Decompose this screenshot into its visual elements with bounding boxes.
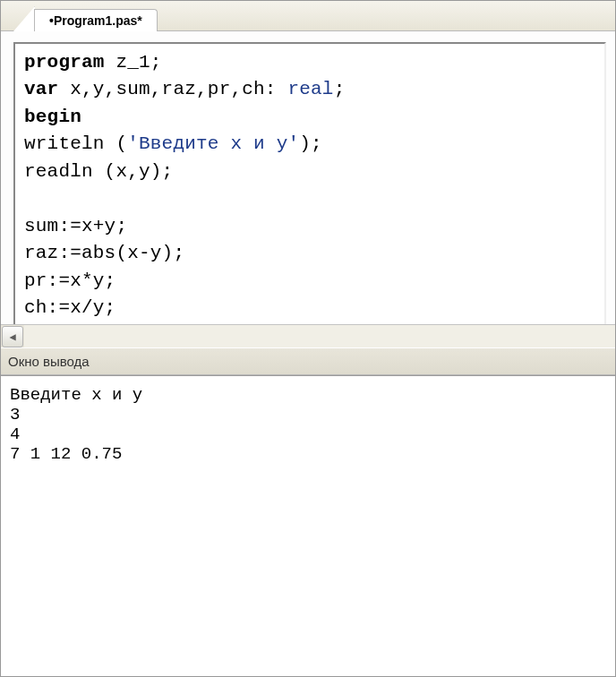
code-editor[interactable]: program z_1; var x,y,sum,raz,pr,ch: real… xyxy=(13,42,606,324)
code-text: ); xyxy=(299,133,322,154)
chevron-left-icon: ◀ xyxy=(9,330,15,344)
editor-wrap: program z_1; var x,y,sum,raz,pr,ch: real… xyxy=(1,31,615,324)
code-keyword: var xyxy=(24,79,58,99)
code-text: readln (x,y); xyxy=(24,161,173,182)
output-line: Введите x и y xyxy=(10,385,142,405)
ide-window: •Program1.pas* program z_1; var x,y,sum,… xyxy=(0,0,616,677)
file-tab[interactable]: •Program1.pas* xyxy=(34,9,158,31)
scroll-left-button[interactable]: ◀ xyxy=(2,326,23,347)
output-panel-title: Окно вывода xyxy=(1,347,615,375)
code-text: writeln ( xyxy=(24,133,127,154)
tab-bar: •Program1.pas* xyxy=(1,1,615,31)
code-type: real xyxy=(287,79,333,99)
code-text: raz:=abs(x-y); xyxy=(24,243,184,263)
code-text: x,y,sum,raz,pr,ch: xyxy=(58,79,287,99)
code-keyword: program xyxy=(24,52,105,73)
code-text: sum:=x+y; xyxy=(24,216,127,236)
output-area: Введите x и y 3 4 7 1 12 0.75 xyxy=(1,375,615,676)
output-line: 3 xyxy=(10,405,20,424)
scroll-track[interactable] xyxy=(24,325,615,347)
code-text: ; xyxy=(334,79,346,99)
code-text: z_1; xyxy=(105,52,162,73)
horizontal-scrollbar[interactable]: ◀ xyxy=(1,324,615,347)
output-line: 7 1 12 0.75 xyxy=(10,444,122,464)
code-text: ch:=x/y; xyxy=(24,297,116,318)
code-text: pr:=x*y; xyxy=(24,270,116,291)
tab-slant xyxy=(13,6,35,31)
code-string: 'Введите x и y' xyxy=(127,133,299,154)
output-line: 4 xyxy=(10,424,20,444)
code-keyword: begin xyxy=(24,107,81,127)
